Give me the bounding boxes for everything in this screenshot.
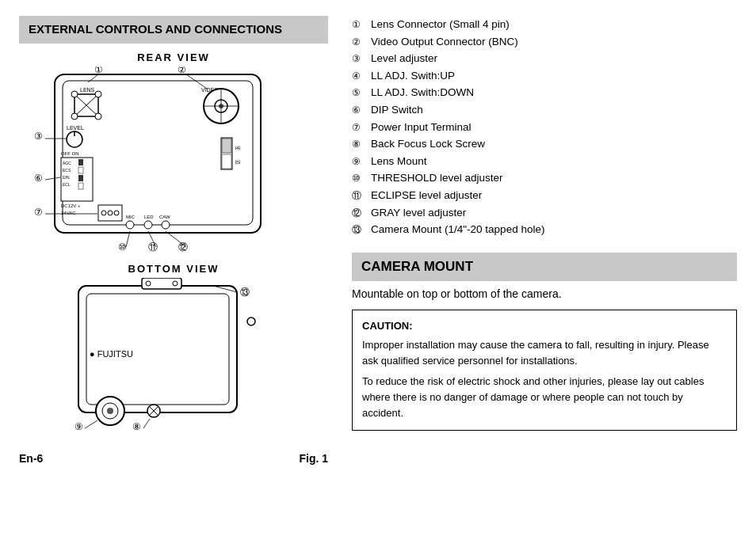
- bottom-view-label: BOTTOM VIEW: [19, 263, 328, 275]
- item-text: ECLIPSE level adjuster: [371, 187, 482, 204]
- list-item: ⑦Power Input Terminal: [352, 119, 737, 136]
- svg-rect-27: [78, 175, 83, 181]
- bottom-diagram: ● FUJITSU ⑬ ⑨: [31, 278, 316, 444]
- svg-text:⑧: ⑧: [132, 421, 141, 432]
- list-item: ③Level adjuster: [352, 50, 737, 67]
- svg-text:● FUJITSU: ● FUJITSU: [90, 349, 133, 359]
- item-text: Video Output Connector (BNC): [371, 33, 518, 51]
- svg-point-9: [95, 113, 101, 120]
- svg-text:⑩: ⑩: [118, 241, 127, 253]
- item-number: ①: [352, 17, 368, 32]
- item-text: THRESHOLD level adjuster: [371, 169, 503, 187]
- svg-text:ECL: ECL: [63, 182, 71, 187]
- item-text: Lens Connector (Small 4 pin): [371, 16, 510, 33]
- page-number: En-6: [19, 452, 43, 465]
- list-item: ⑥DIP Switch: [352, 101, 737, 119]
- section-header: EXTERNAL CONTROLS AND CONNECTIONS: [19, 16, 328, 44]
- svg-point-41: [162, 221, 170, 229]
- svg-point-68: [247, 317, 255, 325]
- svg-point-8: [71, 113, 78, 120]
- item-number: ⑫: [352, 206, 368, 221]
- item-text: Lens Mount: [371, 153, 427, 170]
- svg-line-80: [143, 419, 150, 428]
- svg-text:MIC: MIC: [126, 215, 136, 219]
- svg-line-78: [85, 420, 97, 428]
- svg-text:24VAC: 24VAC: [61, 211, 76, 215]
- list-item: ⑩THRESHOLD level adjuster: [352, 169, 737, 187]
- svg-point-6: [71, 91, 78, 97]
- section-title: EXTERNAL CONTROLS AND CONNECTIONS: [29, 22, 319, 37]
- item-text: LL ADJ. Swith:DOWN: [371, 84, 474, 101]
- item-number: ⑩: [352, 171, 368, 186]
- svg-rect-32: [222, 139, 231, 153]
- svg-text:⑬: ⑬: [240, 287, 250, 298]
- item-number: ⑦: [352, 120, 368, 135]
- svg-text:LENS: LENS: [80, 87, 95, 93]
- svg-point-39: [126, 221, 134, 229]
- svg-rect-28: [78, 183, 83, 189]
- item-number: ④: [352, 69, 368, 84]
- bottom-diagram-svg: ● FUJITSU ⑬ ⑨: [31, 278, 300, 436]
- svg-rect-33: [222, 154, 231, 169]
- camera-mount-title: CAMERA MOUNT: [361, 259, 727, 275]
- svg-text:⑦: ⑦: [34, 207, 43, 218]
- list-item: ⑨Lens Mount: [352, 153, 737, 170]
- rear-diagram: LENS VIDEO LEVEL: [31, 67, 316, 257]
- svg-text:⑷: ⑷: [235, 146, 240, 150]
- item-text: DIP Switch: [371, 101, 423, 119]
- svg-text:⑸: ⑸: [235, 160, 240, 165]
- item-number: ⑥: [352, 103, 368, 118]
- item-number: ⑨: [352, 154, 368, 169]
- left-column: EXTERNAL CONTROLS AND CONNECTIONS REAR V…: [19, 16, 328, 520]
- svg-text:D/N: D/N: [63, 175, 70, 180]
- item-text: Back Focus Lock Screw: [371, 135, 485, 153]
- camera-mount-header: CAMERA MOUNT: [352, 253, 737, 281]
- caution-text1: Improper installation may cause the came…: [362, 337, 727, 369]
- svg-text:⑥: ⑥: [34, 173, 43, 184]
- svg-text:LED: LED: [144, 215, 154, 219]
- caution-box: CAUTION: Improper installation may cause…: [352, 310, 737, 431]
- svg-text:⑨: ⑨: [74, 421, 83, 432]
- svg-point-40: [144, 221, 152, 229]
- list-item: ⑧Back Focus Lock Screw: [352, 135, 737, 153]
- right-column: ①Lens Connector (Small 4 pin)②Video Outp…: [352, 16, 737, 520]
- item-text: Level adjuster: [371, 50, 437, 67]
- item-text: GRAY level adjuster: [371, 204, 466, 222]
- caution-title: CAUTION:: [362, 318, 727, 334]
- svg-text:⑫: ⑫: [178, 241, 188, 253]
- items-list: ①Lens Connector (Small 4 pin)②Video Outp…: [352, 16, 737, 238]
- rear-view-label: REAR VIEW: [19, 51, 328, 63]
- item-number: ⑤: [352, 86, 368, 101]
- list-item: ⑪ECLIPSE level adjuster: [352, 187, 737, 204]
- svg-text:⑪: ⑪: [148, 241, 158, 253]
- svg-rect-25: [78, 159, 83, 165]
- list-item: ②Video Output Connector (BNC): [352, 33, 737, 51]
- svg-point-45: [114, 211, 119, 215]
- svg-text:LEVEL: LEVEL: [67, 125, 84, 131]
- list-item: ⑫GRAY level adjuster: [352, 204, 737, 222]
- mount-description: Mountable on top or bottom of the camera…: [352, 287, 737, 300]
- caution-text2: To reduce the risk of electric shock and…: [362, 374, 727, 421]
- svg-point-66: [146, 281, 151, 286]
- item-text: Power Input Terminal: [371, 119, 472, 136]
- svg-text:DC12V +: DC12V +: [61, 203, 81, 208]
- svg-point-71: [107, 408, 113, 414]
- list-item: ①Lens Connector (Small 4 pin): [352, 16, 737, 33]
- item-text: LL ADJ. Swith:UP: [371, 67, 455, 85]
- item-text: Camera Mount (1/4"-20 tapped hole): [371, 221, 544, 238]
- svg-text:①: ①: [94, 67, 103, 75]
- list-item: ④LL ADJ. Swith:UP: [352, 67, 737, 85]
- item-number: ⑬: [352, 222, 368, 238]
- svg-text:OFF ON: OFF ON: [61, 151, 79, 156]
- footer: En-6 Fig. 1: [19, 452, 328, 465]
- item-number: ②: [352, 35, 368, 50]
- svg-text:AGC: AGC: [63, 161, 71, 165]
- rear-diagram-svg: LENS VIDEO LEVEL: [31, 67, 300, 257]
- list-item: ⑤LL ADJ. Swith:DOWN: [352, 84, 737, 101]
- item-number: ③: [352, 51, 368, 67]
- svg-text:ECS: ECS: [63, 168, 71, 173]
- item-number: ⑧: [352, 137, 368, 152]
- list-item: ⑬Camera Mount (1/4"-20 tapped hole): [352, 221, 737, 238]
- svg-point-67: [173, 281, 178, 286]
- svg-text:②: ②: [178, 67, 186, 75]
